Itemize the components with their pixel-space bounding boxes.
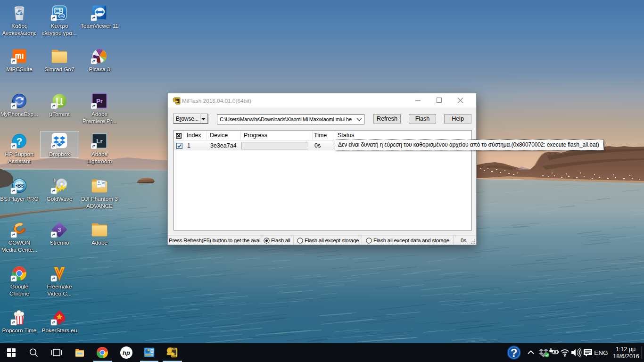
svg-text:Lr: Lr — [96, 138, 102, 145]
svg-text:?: ? — [511, 346, 518, 359]
svg-text:1:12 μμ: 1:12 μμ — [616, 346, 636, 353]
svg-text:3: 3 — [58, 226, 61, 233]
svg-text:ENG: ENG — [594, 349, 608, 356]
svg-text:Pr: Pr — [96, 98, 103, 105]
svg-text:intel: intel — [59, 15, 64, 17]
svg-text:18/6/2016: 18/6/2016 — [613, 353, 639, 360]
svg-text:hp: hp — [123, 349, 130, 356]
svg-text:BS: BS — [17, 183, 25, 189]
svg-text:?: ? — [17, 136, 23, 147]
